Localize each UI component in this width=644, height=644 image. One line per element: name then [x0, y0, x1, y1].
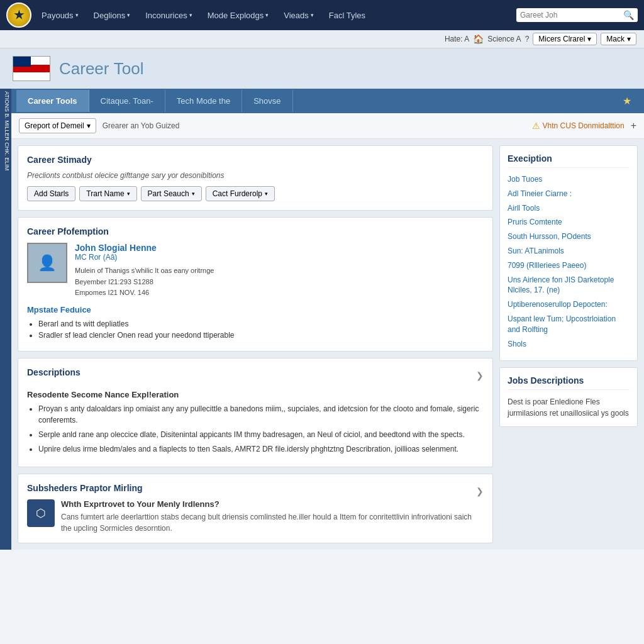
- right-link-0[interactable]: Job Tuoes: [508, 174, 630, 185]
- career-profile-card: Career Pfofemption 👤 John Slogial Henne …: [18, 217, 493, 352]
- execiption-title: Execiption: [508, 153, 630, 168]
- right-link-1[interactable]: Adl Tineier Ciarne :: [508, 189, 630, 199]
- mack-button[interactable]: Mack ▾: [601, 33, 636, 45]
- house-icon: 🏠: [473, 34, 484, 44]
- career-summary-title: Career Stimady: [27, 155, 484, 165]
- profile-sub: MC Ror (Aā): [75, 253, 484, 262]
- page-header: Career Tool: [0, 48, 644, 89]
- descriptions-card: Descriptions ❯ Resodente Secome Nance Ex…: [18, 358, 493, 467]
- trart-name-button[interactable]: Trart Name ▾: [79, 186, 136, 201]
- right-link-9[interactable]: Uspant lew Tum; Upcostrloiation and Rolf…: [508, 314, 630, 335]
- site-logo: ★: [6, 3, 31, 28]
- nav-facl-tyles[interactable]: Facl Tyles: [323, 7, 372, 24]
- part-arrow-icon: ▾: [192, 191, 195, 197]
- subheader-content: Whth Exprtrovet to Your Menly Irdlenns? …: [61, 499, 484, 534]
- flag-icon: [13, 56, 50, 81]
- main-content: Career Tools Citaque. Toan- Tech Mode th…: [11, 89, 644, 550]
- profile-header: 👤 John Slogial Henne MC Ror (Aā) Mulein …: [27, 243, 484, 299]
- right-link-5[interactable]: Sun: ATLanimols: [508, 246, 630, 257]
- add-starls-button[interactable]: Add Starls: [27, 186, 75, 201]
- search-button[interactable]: 🔍: [623, 10, 634, 20]
- subsheders-title: Subsheders Praptor Mirling: [27, 483, 143, 493]
- tab-career-tools[interactable]: Career Tools: [16, 90, 89, 112]
- right-link-10[interactable]: Shols: [508, 339, 630, 350]
- tab-citaque[interactable]: Citaque. Toan-: [89, 90, 165, 112]
- search-input[interactable]: [520, 11, 621, 19]
- warning-icon: ⚠: [532, 121, 540, 131]
- part-seauch-button[interactable]: Part Seauch ▾: [141, 186, 202, 201]
- favorite-star-icon[interactable]: ★: [615, 89, 639, 113]
- layout-wrapper: ATIONS B. MILLER CHK. ELIM Career Tools …: [0, 89, 644, 550]
- mack-arrow-icon: ▾: [627, 35, 631, 43]
- main-panel: Career Stimady Preclionts contblust olec…: [18, 145, 493, 543]
- right-link-8[interactable]: Uptiberenoserullop Depocten:: [508, 299, 630, 310]
- jobs-descriptions-card: Jobs Descriptions Dest is poar Enledione…: [499, 367, 638, 427]
- subsheders-chevron-icon[interactable]: ❯: [476, 486, 484, 496]
- profile-picture: 👤: [27, 243, 67, 283]
- nav-search-container: 🔍: [516, 8, 638, 22]
- right-link-4[interactable]: South Hursson, POdents: [508, 231, 630, 242]
- science-label: Science A: [487, 35, 521, 43]
- nav-mode-arrow: ▾: [265, 12, 269, 18]
- content-area: Career Stimady Preclionts contblust olec…: [11, 139, 644, 550]
- filter-text: Grearer an Yob Guized: [103, 121, 180, 130]
- profile-detail-2: Beyember I21:293 S1288: [75, 277, 484, 288]
- dropdown-arrow-icon: ▾: [587, 35, 591, 43]
- alert-link[interactable]: ⚠ Vhtn CUS Donmidalttion: [532, 121, 625, 131]
- help-icon[interactable]: ?: [525, 35, 530, 43]
- descriptions-header: Descriptions ❯: [27, 367, 484, 384]
- subsheders-card: Subsheders Praptor Mirling ❯ ⬡ Whth Expr…: [18, 474, 493, 543]
- nav-mode-explodgs[interactable]: Mode Explodgs ▾: [201, 7, 275, 24]
- trart-arrow-icon: ▾: [127, 191, 130, 197]
- nav-vieads[interactable]: Vieads ▾: [277, 7, 320, 24]
- profile-detail-3: Empomes I21 NOV. 146: [75, 287, 484, 299]
- page-title: Career Tool: [59, 59, 143, 79]
- subheader-item-text: Cans fumtert arle deerlarttion stabs dec…: [61, 511, 484, 534]
- profile-info: John Slogial Henne MC Ror (Aā) Mulein of…: [75, 243, 484, 299]
- profile-detail-1: Mulein of Thanigs s'whilic It oas eany o…: [75, 265, 484, 277]
- jobs-desc-title: Jobs Descriptions: [508, 375, 630, 390]
- jobs-desc-text: Dest is poar Enledione Fles jurmilasions…: [508, 396, 630, 419]
- greport-dropdown[interactable]: Greport of Demeil ▾: [19, 118, 96, 133]
- nav-inconurices-arrow: ▾: [189, 12, 192, 18]
- nav-links-container: Payouds ▾ Deglions ▾ Inconurices ▾ Mode …: [35, 7, 516, 24]
- mpstate-item-2: Sradler sf lead clencler Onen read your …: [38, 331, 484, 340]
- nav-deglions-arrow: ▾: [127, 12, 130, 18]
- subheader-item: ⬡ Whth Exprtrovet to Your Menly Irdlenns…: [27, 499, 484, 534]
- subheader-icon: ⬡: [27, 499, 55, 527]
- cact-arrow-icon: ▾: [265, 191, 268, 197]
- desc-item-3: Upnire delus irme bledm/ales and a fiapl…: [38, 443, 484, 455]
- right-link-6[interactable]: 7099 (Rllleriees Paeeo): [508, 260, 630, 271]
- right-link-3[interactable]: Pruris Comtente: [508, 217, 630, 228]
- cact-furderolp-button[interactable]: Cact Furderolp ▾: [206, 186, 275, 201]
- desc-item-2: Serple anld rane anp oleccice dlate, Dis…: [38, 429, 484, 440]
- hate-label: Hate: A: [445, 35, 469, 43]
- right-panel: Execiption Job Tuoes Adl Tineier Ciarne …: [499, 145, 638, 543]
- tab-tech-mode[interactable]: Tech Mode the: [165, 90, 242, 112]
- right-link-7[interactable]: Uns Airlence fon JIS Darketople Nlciles,…: [508, 275, 630, 296]
- top-navigation: ★ Payouds ▾ Deglions ▾ Inconurices ▾ Mod…: [0, 0, 644, 30]
- add-button[interactable]: +: [631, 120, 636, 131]
- nav-deglions[interactable]: Deglions ▾: [87, 7, 137, 24]
- career-profile-title: Career Pfofemption: [27, 226, 484, 236]
- nav-vieads-arrow: ▾: [311, 12, 314, 18]
- filter-dropdown-arrow: ▾: [87, 121, 91, 130]
- micers-dropdown[interactable]: Micers Clrarel ▾: [533, 33, 597, 45]
- desc-section-title: Resodente Secome Nance Expl!eration: [27, 390, 484, 399]
- descriptions-list: Proyan s anty daloaldars inp omiaist any…: [27, 403, 484, 455]
- summary-buttons: Add Starls Trart Name ▾ Part Seauch ▾ Ca…: [27, 186, 484, 201]
- right-link-2[interactable]: Airll Tools: [508, 203, 630, 214]
- desc-item-1: Proyan s anty daloaldars inp omiaist any…: [38, 403, 484, 426]
- chevron-right-icon[interactable]: ❯: [476, 370, 484, 380]
- secondary-bar: Hate: A 🏠 Science A ? Micers Clrarel ▾ M…: [0, 30, 644, 48]
- nav-inconurices[interactable]: Inconurices ▾: [139, 7, 198, 24]
- nav-payouds[interactable]: Payouds ▾: [35, 7, 85, 24]
- profile-name: John Slogial Henne: [75, 243, 484, 253]
- mpstate-title: Mpstate Feduice: [27, 305, 484, 314]
- execiption-card: Execiption Job Tuoes Adl Tineier Ciarne …: [499, 145, 638, 361]
- tab-shovse[interactable]: Shovse: [242, 90, 292, 112]
- career-summary-card: Career Stimady Preclionts contblust olec…: [18, 145, 493, 211]
- profile-details: Mulein of Thanigs s'whilic It oas eany o…: [75, 265, 484, 299]
- subheader-item-title: Whth Exprtrovet to Your Menly Irdlenns?: [61, 499, 484, 509]
- mpstate-item-1: Berarl and ts witt depliatles: [38, 319, 484, 328]
